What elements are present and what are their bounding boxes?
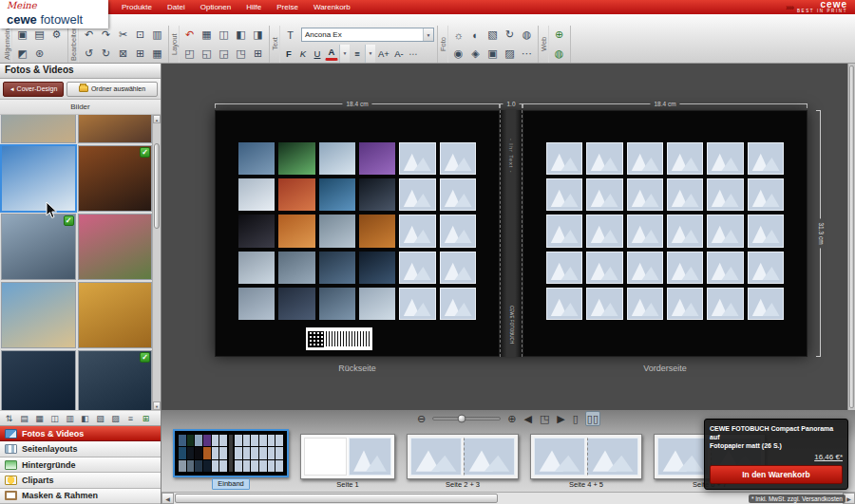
- brightness-icon[interactable]: ☼: [450, 27, 466, 43]
- duplicate-icon[interactable]: ⊞: [132, 46, 148, 62]
- zoom-out-button[interactable]: ⊖: [416, 412, 427, 425]
- photo-placeholder[interactable]: [667, 142, 703, 175]
- photo-placeholder[interactable]: [399, 142, 435, 175]
- cover-photo[interactable]: [359, 142, 395, 175]
- front-cover-page[interactable]: [522, 110, 808, 357]
- rows-view-icon[interactable]: ▥: [63, 412, 77, 425]
- photo-placeholder[interactable]: [707, 215, 743, 247]
- photo-thumbnail-beach-sunset[interactable]: ✓: [78, 115, 153, 143]
- fit-view-button[interactable]: ◳: [539, 412, 550, 425]
- cover-photo[interactable]: [278, 215, 314, 247]
- cover-photo[interactable]: [238, 215, 275, 247]
- copy-icon[interactable]: ⊡: [132, 27, 148, 43]
- photo-placeholder[interactable]: [667, 288, 703, 320]
- detail-view-icon[interactable]: ▨: [108, 412, 123, 425]
- cover-photo[interactable]: [238, 288, 275, 320]
- photo-placeholder[interactable]: [440, 142, 476, 175]
- photo-thumbnail-beach-rocks[interactable]: [1, 115, 76, 143]
- more-photo-icon[interactable]: ⋯: [519, 46, 535, 62]
- contrast-icon[interactable]: ◐: [467, 27, 484, 43]
- photo-placeholder[interactable]: [667, 215, 703, 247]
- menu-hilfe[interactable]: Hilfe: [246, 0, 261, 14]
- scroll-left-icon[interactable]: ◀: [162, 493, 174, 504]
- distribute-icon[interactable]: ◲: [216, 46, 232, 62]
- select-all-icon[interactable]: ▦: [149, 46, 165, 62]
- cover-photo[interactable]: [238, 142, 275, 175]
- photo-thumbnail-sand-shell[interactable]: [78, 282, 153, 348]
- cut-icon[interactable]: ✂: [115, 27, 131, 43]
- font-color-button[interactable]: A: [325, 47, 338, 61]
- align-top-icon[interactable]: ◰: [181, 46, 198, 62]
- photo-placeholder[interactable]: [627, 252, 663, 284]
- crop-icon[interactable]: ▧: [484, 27, 501, 43]
- photo-placeholder[interactable]: [748, 142, 784, 175]
- font-color-chevron-icon[interactable]: ▼: [339, 45, 350, 64]
- reset-layout-icon[interactable]: ↶: [181, 27, 198, 43]
- photo-thumbnail-pink-blossoms[interactable]: [78, 214, 153, 280]
- snap-grid-icon[interactable]: ◳: [233, 46, 249, 62]
- photo-placeholder[interactable]: [707, 252, 743, 284]
- settings-icon[interactable]: ⚙: [48, 27, 65, 43]
- toolbar-tab-bearbeiten[interactable]: Bearbeiten: [69, 26, 79, 63]
- photo-list-scrollbar[interactable]: ▲ ▼: [152, 115, 161, 410]
- photo-placeholder[interactable]: [440, 215, 476, 247]
- photo-placeholder[interactable]: [546, 252, 582, 284]
- menu-preise[interactable]: Preise: [276, 0, 298, 14]
- photo-thumbnail-harbour-bridge[interactable]: ✓: [1, 214, 76, 280]
- font-size-down-button[interactable]: A-: [392, 47, 406, 61]
- sort-icon[interactable]: ⇅: [2, 412, 16, 425]
- text-tool-icon[interactable]: T: [282, 27, 298, 43]
- effects-icon[interactable]: ◍: [519, 27, 535, 43]
- photo-placeholder[interactable]: [667, 252, 703, 284]
- menu-datei[interactable]: Datei: [167, 0, 185, 14]
- photo-placeholder[interactable]: [546, 142, 582, 175]
- red-eye-icon[interactable]: ◉: [450, 46, 466, 62]
- redo-icon[interactable]: ↷: [98, 27, 114, 43]
- photo-placeholder[interactable]: [440, 252, 476, 284]
- layout-grid-icon[interactable]: ▦: [199, 27, 215, 43]
- cover-photo[interactable]: [238, 252, 275, 284]
- photo-placeholder[interactable]: [627, 142, 663, 175]
- photo-thumbnail-dark-harbour[interactable]: ✓: [78, 350, 153, 410]
- zoom-slider-knob[interactable]: [457, 415, 466, 423]
- undo-icon[interactable]: ↶: [81, 27, 97, 43]
- spread-view-button[interactable]: ▯▯: [585, 411, 600, 426]
- preferences-icon[interactable]: ⊛: [31, 46, 48, 62]
- photo-placeholder[interactable]: [707, 142, 743, 175]
- page-thumb-seite-2-3[interactable]: Seite 2 + 3: [407, 429, 519, 490]
- font-family-select[interactable]: Ancona Ex ▼: [301, 28, 434, 42]
- photo-placeholder[interactable]: [748, 215, 784, 247]
- layout-left-icon[interactable]: ◧: [233, 27, 249, 43]
- columns-view-icon[interactable]: ◫: [48, 412, 62, 425]
- save-icon[interactable]: ▣: [14, 27, 30, 43]
- photo-placeholder[interactable]: [586, 288, 622, 320]
- cover-photo[interactable]: [319, 215, 355, 247]
- category-fotos-videos[interactable]: Fotos & Videos: [0, 426, 161, 441]
- spine-text-placeholder[interactable]: - Ihr Text -: [508, 139, 514, 174]
- back-cover-page[interactable]: [215, 110, 500, 357]
- photo-placeholder[interactable]: [748, 252, 784, 284]
- photo-placeholder[interactable]: [399, 178, 435, 211]
- scroll-down-icon[interactable]: ▼: [153, 401, 161, 410]
- cover-photo[interactable]: [359, 288, 395, 320]
- photo-placeholder[interactable]: [399, 252, 435, 284]
- toolbar-tab-foto[interactable]: Foto: [439, 26, 448, 63]
- photo-placeholder[interactable]: [546, 178, 582, 211]
- bold-button[interactable]: F: [282, 47, 295, 61]
- photo-placeholder[interactable]: [399, 215, 435, 247]
- next-page-button[interactable]: ▶: [556, 412, 565, 425]
- align-chevron-icon[interactable]: ▼: [365, 45, 375, 64]
- toolbar-tab-layout[interactable]: Layout: [170, 26, 180, 63]
- category-seitenlayouts[interactable]: Seitenlayouts: [0, 441, 161, 457]
- cover-photo[interactable]: [319, 288, 355, 320]
- cover-photo[interactable]: [278, 142, 314, 175]
- align-button[interactable]: ≡: [351, 47, 364, 61]
- category-hintergründe[interactable]: Hintergründe: [0, 457, 161, 473]
- photo-thumbnail-opera-house-dusk[interactable]: ✓: [78, 145, 153, 212]
- cover-photo[interactable]: [238, 178, 275, 211]
- cover-photo[interactable]: [319, 142, 355, 175]
- photo-placeholder[interactable]: [586, 178, 622, 211]
- paste-icon[interactable]: ▥: [149, 27, 165, 43]
- list-view-icon[interactable]: ≡: [124, 412, 138, 425]
- layout-columns-icon[interactable]: ◫: [216, 27, 232, 43]
